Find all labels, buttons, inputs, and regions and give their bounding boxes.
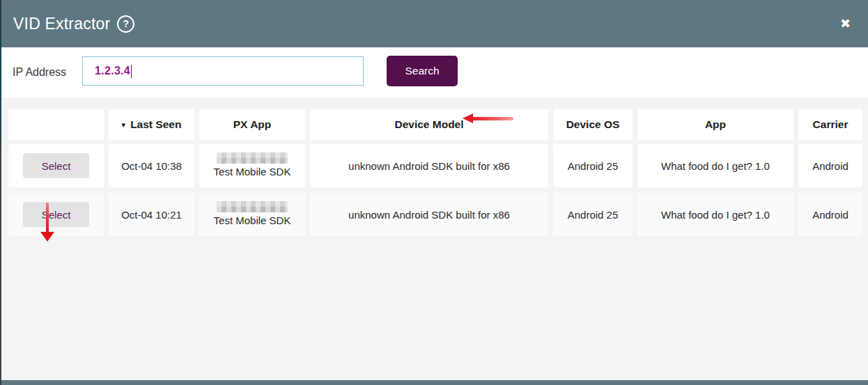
- annotation-arrow-down-icon: [38, 201, 57, 244]
- select-button[interactable]: Select: [23, 153, 89, 178]
- table-row: Select Oct-04 10:38 Test Mobile SDK unkn…: [0, 144, 868, 187]
- cell-app: What food do I get? 1.0: [637, 144, 793, 187]
- results-table: ▾ Last Seen PX App Device Model Device O…: [0, 97, 868, 380]
- px-app-name: Test Mobile SDK: [214, 166, 291, 179]
- vid-extractor-modal: VID Extractor ? ✖ IP Address 1.2.3.4 Sea…: [0, 0, 868, 385]
- table-header-row: ▾ Last Seen PX App Device Model Device O…: [0, 109, 868, 140]
- cell-carrier: Android: [798, 193, 862, 236]
- modal-footer-bar: [0, 380, 868, 385]
- modal-left-border: [0, 0, 1, 385]
- search-button[interactable]: Search: [387, 56, 458, 86]
- column-header-carrier[interactable]: Carrier: [798, 109, 862, 140]
- cell-last-seen: Oct-04 10:21: [109, 193, 194, 236]
- ip-address-input[interactable]: 1.2.3.4: [82, 56, 364, 86]
- ip-address-label: IP Address: [13, 47, 66, 97]
- ip-address-value: 1.2.3.4: [95, 65, 130, 77]
- px-app-name: Test Mobile SDK: [214, 214, 291, 228]
- cell-px-app: Test Mobile SDK: [199, 144, 305, 187]
- arrow-shaft: [472, 117, 513, 120]
- cell-app: What food do I get? 1.0: [637, 193, 793, 236]
- close-icon[interactable]: ✖: [840, 17, 851, 30]
- column-header-last-seen[interactable]: ▾ Last Seen: [109, 109, 194, 140]
- cell-device-os: Android 25: [553, 144, 633, 187]
- cell-device-model: unknown Android SDK built for x86: [310, 193, 548, 236]
- column-header-px-app[interactable]: PX App: [199, 109, 305, 140]
- cell-device-os: Android 25: [553, 193, 633, 236]
- annotation-arrow-left-icon: [463, 113, 516, 123]
- search-section: IP Address 1.2.3.4 Search: [0, 47, 868, 98]
- text-caret: [131, 65, 132, 78]
- help-icon[interactable]: ?: [117, 15, 134, 33]
- column-header-select: [8, 109, 104, 140]
- sort-desc-icon: ▾: [122, 120, 126, 129]
- modal-header: VID Extractor ? ✖: [0, 0, 868, 47]
- column-header-app[interactable]: App: [637, 109, 793, 140]
- table-row: Select Oct-04 10:21 Test Mobile SDK unkn…: [0, 193, 868, 236]
- arrow-head: [40, 232, 54, 242]
- cell-device-model: unknown Android SDK built for x86: [310, 144, 548, 187]
- column-header-device-os[interactable]: Device OS: [553, 109, 633, 140]
- redacted-text: [217, 152, 288, 164]
- cell-px-app: Test Mobile SDK: [199, 193, 305, 236]
- cell-select: Select: [8, 144, 104, 187]
- modal-title: VID Extractor: [13, 15, 110, 33]
- arrow-shaft: [46, 203, 49, 233]
- column-header-label: Last Seen: [130, 118, 181, 131]
- cell-last-seen: Oct-04 10:38: [109, 144, 194, 187]
- cell-carrier: Android: [798, 144, 862, 187]
- redacted-text: [217, 201, 288, 212]
